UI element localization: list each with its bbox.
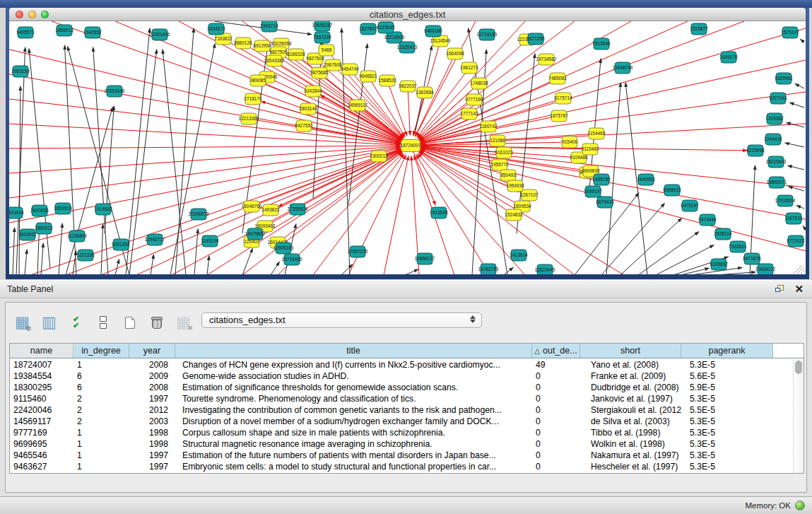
graph-node[interactable]: 1493822 bbox=[261, 204, 280, 216]
graph-node[interactable]: 20391406 bbox=[150, 29, 170, 40]
graph-node[interactable]: 1640953 bbox=[637, 174, 655, 185]
graph-node[interactable]: 1145194 bbox=[201, 235, 219, 247]
graph-node[interactable]: 19448794 bbox=[613, 62, 633, 74]
delete-column-button[interactable]: ▦✕ bbox=[174, 313, 193, 332]
graph-node[interactable]: 12213363 bbox=[239, 113, 259, 124]
graph-node[interactable]: 1167531 bbox=[785, 213, 803, 224]
graph-node[interactable]: 6466160 bbox=[424, 25, 442, 37]
new-table-button[interactable] bbox=[120, 313, 139, 332]
graph-node[interactable]: 10719185 bbox=[477, 29, 498, 40]
graph-node[interactable]: 8471676 bbox=[743, 253, 761, 264]
graph-node[interactable]: 1154469 bbox=[588, 128, 606, 139]
graph-node[interactable]: 8186328 bbox=[287, 49, 305, 60]
delete-table-button[interactable] bbox=[147, 313, 166, 332]
graph-node[interactable]: 1875787 bbox=[550, 110, 568, 122]
graph-node[interactable]: 8958923 bbox=[663, 185, 681, 196]
graph-node[interactable]: 8215958 bbox=[746, 145, 765, 156]
graph-node[interactable]: 3915922 bbox=[18, 229, 37, 240]
graph-node[interactable]: 15716485 bbox=[282, 254, 302, 265]
graph-node[interactable]: 1513545 bbox=[430, 207, 448, 218]
graph-node[interactable]: 9242844 bbox=[304, 86, 322, 97]
graph-node[interactable]: 8175714 bbox=[554, 93, 572, 104]
column-header-pagerank[interactable]: pagerank bbox=[681, 344, 773, 358]
table-row[interactable]: 911546021997Tourette syndrome. Phenomeno… bbox=[10, 393, 792, 404]
graph-node[interactable]: 9405571 bbox=[16, 27, 35, 38]
table-row[interactable]: 2242004622012Investigating the contribut… bbox=[10, 404, 792, 416]
graph-node[interactable]: 10654112 bbox=[755, 264, 776, 274]
graph-node[interactable]: 8679918 bbox=[596, 197, 614, 208]
graph-node[interactable]: 2094373 bbox=[207, 23, 225, 35]
graph-node[interactable]: 1267107 bbox=[520, 189, 539, 201]
graph-node[interactable]: 121086 bbox=[490, 135, 505, 146]
graph-node[interactable]: 1853919 bbox=[54, 203, 72, 214]
graph-node[interactable]: 16210643 bbox=[766, 156, 787, 168]
graph-node[interactable]: 1413614 bbox=[510, 250, 528, 261]
close-panel-icon[interactable]: ✕ bbox=[794, 284, 804, 294]
graph-node[interactable]: 1699197 bbox=[584, 186, 602, 197]
graph-node[interactable]: 1954938 bbox=[506, 180, 524, 192]
graph-node[interactable]: 18724007 bbox=[401, 140, 421, 152]
float-panel-icon[interactable] bbox=[775, 285, 784, 293]
graph-node[interactable]: 850493 bbox=[500, 170, 516, 181]
table-row[interactable]: 969969511998Structural magnetic resonanc… bbox=[10, 438, 792, 450]
graph-node[interactable]: 8427552 bbox=[295, 120, 313, 132]
graph-node[interactable]: 1819434 bbox=[9, 207, 24, 218]
graph-node[interactable]: 1209382 bbox=[765, 113, 784, 124]
table-settings-button[interactable]: ▦⚙ bbox=[13, 313, 32, 332]
graph-node[interactable]: 12942717 bbox=[145, 234, 165, 245]
resize-grip-icon[interactable] bbox=[797, 267, 804, 274]
graph-node[interactable]: 8454749 bbox=[341, 64, 359, 75]
graph-node[interactable]: 7515546 bbox=[592, 38, 611, 49]
graph-node[interactable]: 1748038 bbox=[470, 78, 488, 89]
graph-node[interactable]: 14569117 bbox=[348, 100, 368, 111]
graph-node[interactable]: 1649276 bbox=[719, 52, 738, 63]
graph-node[interactable]: 2053159 bbox=[11, 66, 30, 77]
graph-node[interactable]: 1777143 bbox=[460, 108, 478, 119]
graph-node[interactable]: 16046766 bbox=[242, 201, 262, 212]
table-row[interactable]: 1456911722003Disruption of a novel membe… bbox=[10, 416, 792, 427]
table-row[interactable]: 1872400712008Changes of HCN gene express… bbox=[10, 359, 792, 370]
graph-node[interactable]: 8123045 bbox=[377, 22, 395, 33]
graph-node[interactable]: 7932621 bbox=[729, 241, 747, 252]
resize-grip-icon[interactable] bbox=[801, 269, 805, 274]
graph-node[interactable]: 9051352 bbox=[112, 239, 130, 250]
graph-node[interactable]: 9646821 bbox=[359, 71, 377, 82]
graph-node[interactable]: 7857224 bbox=[313, 32, 331, 43]
minimize-button[interactable] bbox=[28, 11, 36, 18]
graph-node[interactable]: 9777169 bbox=[465, 94, 483, 105]
graph-node[interactable]: 11156809 bbox=[67, 230, 87, 242]
graph-node[interactable]: 6771022 bbox=[787, 235, 805, 247]
graph-node[interactable]: 17016504 bbox=[775, 195, 796, 206]
graph-node[interactable]: 19958107 bbox=[415, 253, 435, 264]
table-row[interactable]: 1938455462009Genome-wide association stu… bbox=[10, 370, 792, 382]
graph-node[interactable]: 1850012 bbox=[35, 223, 53, 234]
graph-node[interactable]: 15892971 bbox=[767, 177, 787, 188]
graph-node[interactable]: 2935114 bbox=[714, 228, 732, 240]
graph-node[interactable]: 8912954 bbox=[253, 40, 271, 52]
table-selector-dropdown[interactable]: citations_edges.txt bbox=[201, 313, 482, 328]
resize-grip-icon[interactable] bbox=[794, 265, 802, 274]
graph-node[interactable]: 1221336 bbox=[76, 250, 95, 261]
graph-node[interactable]: 5468 bbox=[319, 45, 334, 56]
graph-node[interactable]: 9822037 bbox=[399, 81, 417, 92]
network-canvas[interactable]: 7163822886012889129542322605898275051654… bbox=[9, 21, 806, 274]
graph-node[interactable]: 9161023 bbox=[495, 147, 513, 158]
vertical-scrollbar[interactable] bbox=[793, 359, 804, 473]
graph-node[interactable]: 1524832 bbox=[505, 209, 523, 221]
graph-node[interactable]: 10655287 bbox=[312, 21, 333, 31]
graph-node[interactable]: 2718176 bbox=[244, 93, 262, 105]
scrollbar-thumb[interactable] bbox=[795, 361, 802, 374]
graph-node[interactable]: 19975887 bbox=[245, 228, 266, 240]
graph-node[interactable]: 1664098 bbox=[446, 48, 464, 59]
select-columns-button[interactable]: ▥ bbox=[40, 313, 59, 332]
graph-node[interactable]: 1160742 bbox=[480, 121, 498, 132]
column-header-year[interactable]: year bbox=[129, 344, 175, 358]
column-header-short[interactable]: short bbox=[580, 344, 681, 358]
column-header-indegree[interactable]: in_degree bbox=[73, 344, 129, 358]
graph-node[interactable]: 1495785 bbox=[592, 174, 611, 185]
graph-node[interactable]: 20353346 bbox=[105, 86, 125, 97]
zoom-button[interactable] bbox=[41, 11, 49, 18]
graph-node[interactable]: 9329961 bbox=[775, 73, 793, 84]
graph-node[interactable]: 16543382 bbox=[264, 55, 285, 66]
column-header-name[interactable]: name bbox=[10, 344, 73, 358]
